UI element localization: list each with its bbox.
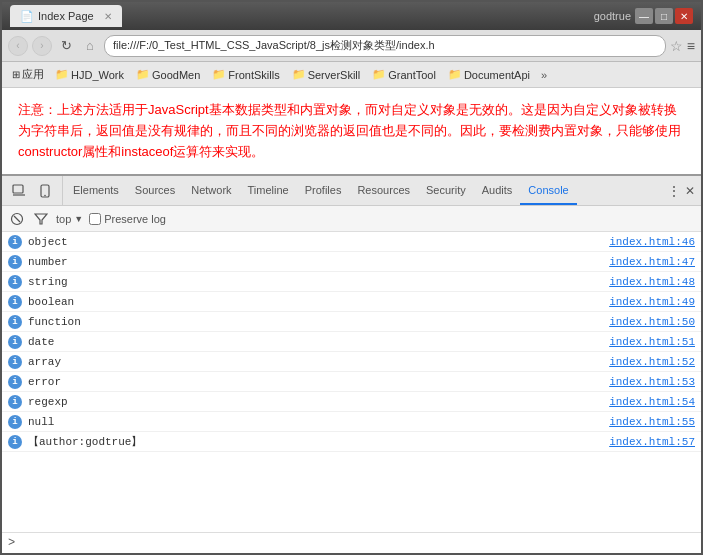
console-message: date xyxy=(28,336,609,348)
tab-audits[interactable]: Audits xyxy=(474,176,521,205)
console-row-array[interactable]: i array index.html:52 xyxy=(2,352,701,372)
back-button[interactable]: ‹ xyxy=(8,36,28,56)
preserve-log-label: Preserve log xyxy=(104,213,166,225)
url-input[interactable] xyxy=(104,35,666,57)
devtools-right-controls: ⋮ ✕ xyxy=(667,183,701,199)
console-message: null xyxy=(28,416,609,428)
bookmark-label: GoodMen xyxy=(152,69,200,81)
apps-label: 应用 xyxy=(22,67,44,82)
info-icon: i xyxy=(8,435,22,449)
folder-icon: 📁 xyxy=(212,68,226,81)
info-icon: i xyxy=(8,255,22,269)
console-source[interactable]: index.html:52 xyxy=(609,356,695,368)
console-row-object[interactable]: i object index.html:46 xyxy=(2,232,701,252)
reload-button[interactable]: ↻ xyxy=(56,36,76,56)
console-message: number xyxy=(28,256,609,268)
svg-rect-0 xyxy=(13,185,23,193)
devtools-tabs: Elements Sources Network Timeline Profil… xyxy=(63,176,667,205)
console-prompt-symbol: > xyxy=(8,536,15,550)
bookmark-star-icon[interactable]: ☆ xyxy=(670,38,683,54)
console-row-regexp[interactable]: i regexp index.html:54 xyxy=(2,392,701,412)
tab-console[interactable]: Console xyxy=(520,176,576,205)
console-row-boolean[interactable]: i boolean index.html:49 xyxy=(2,292,701,312)
chrome-menu-icon[interactable]: ≡ xyxy=(687,38,695,54)
bookmarks-more-button[interactable]: » xyxy=(537,67,551,83)
console-source[interactable]: index.html:53 xyxy=(609,376,695,388)
console-toolbar: top ▼ Preserve log xyxy=(2,206,701,232)
devtools-more-button[interactable]: ⋮ xyxy=(667,183,681,199)
tab-label: Index Page xyxy=(38,10,94,22)
console-source[interactable]: index.html:49 xyxy=(609,296,695,308)
title-bar: 📄 Index Page ✕ godtrue — □ ✕ xyxy=(2,2,701,30)
folder-icon: 📁 xyxy=(448,68,462,81)
folder-icon: 📁 xyxy=(136,68,150,81)
console-source[interactable]: index.html:55 xyxy=(609,416,695,428)
bookmarks-bar: ⊞ 应用 📁 HJD_Work 📁 GoodMen 📁 FrontSkills … xyxy=(2,62,701,88)
title-controls: — □ ✕ xyxy=(635,8,693,24)
inspect-element-button[interactable] xyxy=(8,180,30,202)
info-icon: i xyxy=(8,315,22,329)
maximize-button[interactable]: □ xyxy=(655,8,673,24)
bookmark-label: GrantTool xyxy=(388,69,436,81)
tab-security[interactable]: Security xyxy=(418,176,474,205)
forward-button[interactable]: › xyxy=(32,36,52,56)
console-source[interactable]: index.html:46 xyxy=(609,236,695,248)
tab-elements[interactable]: Elements xyxy=(65,176,127,205)
browser-window: 📄 Index Page ✕ godtrue — □ ✕ ‹ › ↻ ⌂ ☆ ≡… xyxy=(0,0,703,555)
console-source[interactable]: index.html:50 xyxy=(609,316,695,328)
close-button[interactable]: ✕ xyxy=(675,8,693,24)
title-bar-username: godtrue xyxy=(594,10,631,22)
console-row-error[interactable]: i error index.html:53 xyxy=(2,372,701,392)
console-row-string[interactable]: i string index.html:48 xyxy=(2,272,701,292)
console-message: string xyxy=(28,276,609,288)
home-button[interactable]: ⌂ xyxy=(80,36,100,56)
bookmark-serverskill[interactable]: 📁 ServerSkill xyxy=(287,66,366,83)
bookmark-frontskills[interactable]: 📁 FrontSkills xyxy=(207,66,284,83)
tab-timeline[interactable]: Timeline xyxy=(240,176,297,205)
tab-sources[interactable]: Sources xyxy=(127,176,183,205)
page-content: 注意：上述方法适用于JavaScript基本数据类型和内置对象，而对自定义对象是… xyxy=(2,88,701,174)
devtools-close-button[interactable]: ✕ xyxy=(685,184,695,198)
bookmark-documentapi[interactable]: 📁 DocumentApi xyxy=(443,66,535,83)
tab-icon: 📄 xyxy=(20,10,34,23)
console-row-date[interactable]: i date index.html:51 xyxy=(2,332,701,352)
tab-resources[interactable]: Resources xyxy=(349,176,418,205)
address-bar: ‹ › ↻ ⌂ ☆ ≡ xyxy=(2,30,701,62)
filter-chevron-icon[interactable]: ▼ xyxy=(74,214,83,224)
console-row-author[interactable]: i 【author:godtrue】 index.html:57 xyxy=(2,432,701,452)
console-message: boolean xyxy=(28,296,609,308)
bookmark-label: FrontSkills xyxy=(228,69,279,81)
console-level-filter: top ▼ xyxy=(56,213,83,225)
tab-profiles[interactable]: Profiles xyxy=(297,176,350,205)
main-content: 注意：上述方法适用于JavaScript基本数据类型和内置对象，而对自定义对象是… xyxy=(2,88,701,553)
browser-tab[interactable]: 📄 Index Page ✕ xyxy=(10,5,122,27)
filter-console-button[interactable] xyxy=(32,210,50,228)
console-message: function xyxy=(28,316,609,328)
console-row-number[interactable]: i number index.html:47 xyxy=(2,252,701,272)
info-icon: i xyxy=(8,395,22,409)
folder-icon: 📁 xyxy=(55,68,69,81)
tab-network[interactable]: Network xyxy=(183,176,239,205)
apps-button[interactable]: ⊞ 应用 xyxy=(8,65,48,84)
console-source[interactable]: index.html:57 xyxy=(609,436,695,448)
mobile-emulation-button[interactable] xyxy=(34,180,56,202)
console-output: i object index.html:46 i number index.ht… xyxy=(2,232,701,532)
folder-icon: 📁 xyxy=(292,68,306,81)
console-row-function[interactable]: i function index.html:50 xyxy=(2,312,701,332)
console-message: error xyxy=(28,376,609,388)
clear-console-button[interactable] xyxy=(8,210,26,228)
tab-close-icon[interactable]: ✕ xyxy=(104,11,112,22)
console-source[interactable]: index.html:54 xyxy=(609,396,695,408)
console-source[interactable]: index.html:48 xyxy=(609,276,695,288)
bookmark-granttool[interactable]: 📁 GrantTool xyxy=(367,66,441,83)
console-source[interactable]: index.html:51 xyxy=(609,336,695,348)
console-source[interactable]: index.html:47 xyxy=(609,256,695,268)
preserve-log-checkbox[interactable] xyxy=(89,213,101,225)
console-row-null[interactable]: i null index.html:55 xyxy=(2,412,701,432)
console-message: array xyxy=(28,356,609,368)
bookmark-goodmen[interactable]: 📁 GoodMen xyxy=(131,66,205,83)
console-input[interactable] xyxy=(19,537,695,549)
bookmark-hjd-work[interactable]: 📁 HJD_Work xyxy=(50,66,129,83)
minimize-button[interactable]: — xyxy=(635,8,653,24)
svg-line-5 xyxy=(14,216,20,222)
